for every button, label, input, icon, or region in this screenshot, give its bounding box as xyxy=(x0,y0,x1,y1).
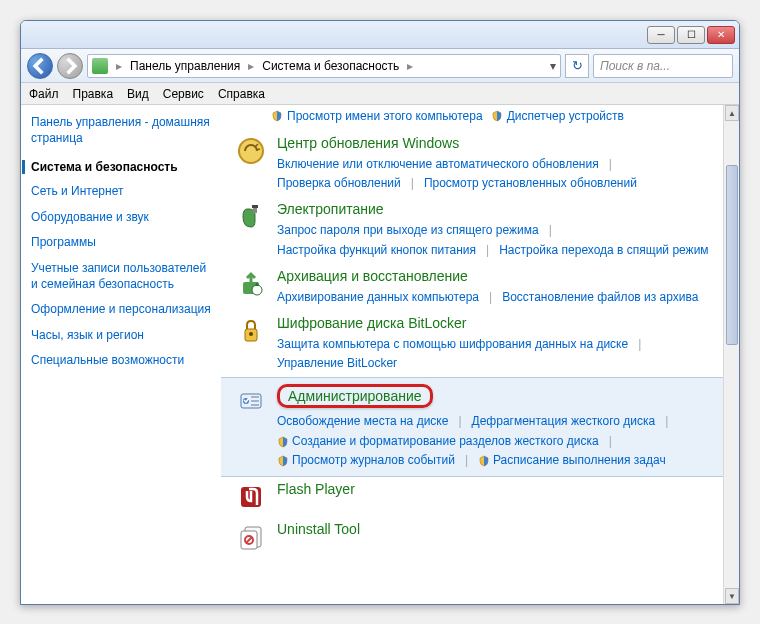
sidebar-current-category: Система и безопасность xyxy=(22,160,215,174)
separator: | xyxy=(458,412,461,431)
menu-help[interactable]: Справка xyxy=(218,87,265,101)
section-body: Центр обновления WindowsВключение или от… xyxy=(277,135,725,193)
sidebar-home-link[interactable]: Панель управления - домашняя страница xyxy=(31,115,215,146)
section-title[interactable]: Администрирование xyxy=(277,384,725,408)
separator: | xyxy=(549,221,552,240)
section-body: ЭлектропитаниеЗапрос пароля при выходе и… xyxy=(277,201,725,259)
sidebar-item-appearance[interactable]: Оформление и персонализация xyxy=(31,302,215,318)
chevron-right-icon: ▸ xyxy=(403,59,417,73)
task-link[interactable]: Настройка функций кнопок питания xyxy=(277,241,476,260)
section-links: Защита компьютера с помощью шифрования д… xyxy=(277,335,725,373)
section-title[interactable]: Шифрование диска BitLocker xyxy=(277,315,725,331)
menu-file[interactable]: Файл xyxy=(29,87,59,101)
task-link[interactable]: Освобождение места на диске xyxy=(277,412,448,431)
section-title[interactable]: Flash Player xyxy=(277,481,725,497)
section-0: Центр обновления WindowsВключение или от… xyxy=(221,131,739,197)
breadcrumb-root[interactable]: Панель управления xyxy=(130,59,240,73)
category-icon xyxy=(235,481,267,513)
task-link[interactable]: Проверка обновлений xyxy=(277,174,401,193)
breadcrumb-current[interactable]: Система и безопасность xyxy=(262,59,399,73)
section-title[interactable]: Центр обновления Windows xyxy=(277,135,725,151)
task-link[interactable]: Архивирование данных компьютера xyxy=(277,288,479,307)
task-link[interactable]: Включение или отключение автоматического… xyxy=(277,155,599,174)
task-link[interactable]: Управление BitLocker xyxy=(277,354,397,373)
svg-rect-2 xyxy=(252,205,258,208)
menu-edit[interactable]: Правка xyxy=(73,87,114,101)
nav-back-button[interactable] xyxy=(27,53,53,79)
section-body: Flash Player xyxy=(277,481,725,501)
section-body: Шифрование диска BitLockerЗащита компьют… xyxy=(277,315,725,373)
sidebar-item-programs[interactable]: Программы xyxy=(31,235,215,251)
task-link[interactable]: Просмотр установленных обновлений xyxy=(424,174,637,193)
section-2: Архивация и восстановлениеАрхивирование … xyxy=(221,264,739,311)
control-panel-window: ─ ☐ ✕ ▸ Панель управления ▸ Система и бе… xyxy=(20,20,740,605)
section-4: АдминистрированиеОсвобождение места на д… xyxy=(221,377,739,477)
category-icon xyxy=(235,521,267,553)
svg-point-4 xyxy=(252,285,262,295)
category-icon xyxy=(235,201,267,233)
separator: | xyxy=(411,174,414,193)
shield-icon xyxy=(277,435,289,447)
separator: | xyxy=(638,335,641,354)
maximize-button[interactable]: ☐ xyxy=(677,26,705,44)
section-title[interactable]: Электропитание xyxy=(277,201,725,217)
section-3: Шифрование диска BitLockerЗащита компьют… xyxy=(221,311,739,377)
section-6: Uninstall Tool xyxy=(221,517,739,557)
scroll-down-button[interactable]: ▼ xyxy=(725,588,739,604)
task-link[interactable]: Создание и форматирование разделов жестк… xyxy=(277,432,599,451)
section-links: Архивирование данных компьютера|Восстано… xyxy=(277,288,725,307)
link-device-manager[interactable]: Диспетчер устройств xyxy=(491,109,624,123)
category-icon xyxy=(235,268,267,300)
close-button[interactable]: ✕ xyxy=(707,26,735,44)
scroll-thumb[interactable] xyxy=(726,165,738,345)
shield-icon xyxy=(271,110,283,122)
search-input[interactable]: Поиск в па... xyxy=(593,54,733,78)
control-panel-icon xyxy=(92,58,108,74)
task-link[interactable]: Настройка перехода в спящий режим xyxy=(499,241,708,260)
nav-forward-button[interactable] xyxy=(57,53,83,79)
separator: | xyxy=(609,432,612,451)
section-title[interactable]: Uninstall Tool xyxy=(277,521,725,537)
shield-icon xyxy=(277,454,289,466)
body-area: Панель управления - домашняя страница Си… xyxy=(21,105,739,604)
sidebar-item-clock[interactable]: Часы, язык и регион xyxy=(31,328,215,344)
refresh-button[interactable]: ↻ xyxy=(565,54,589,78)
task-link[interactable]: Запрос пароля при выходе из спящего режи… xyxy=(277,221,539,240)
menu-view[interactable]: Вид xyxy=(127,87,149,101)
content-area: Просмотр имени этого компьютера Диспетче… xyxy=(221,105,739,604)
sidebar: Панель управления - домашняя страница Си… xyxy=(21,105,221,604)
sidebar-item-network[interactable]: Сеть и Интернет xyxy=(31,184,215,200)
menu-bar: Файл Правка Вид Сервис Справка xyxy=(21,83,739,105)
vertical-scrollbar[interactable]: ▲ ▼ xyxy=(723,105,739,604)
sidebar-item-accounts[interactable]: Учетные записи пользователей и семейная … xyxy=(31,261,215,292)
category-icon xyxy=(235,384,267,416)
section-5: Flash Player xyxy=(221,477,739,517)
minimize-button[interactable]: ─ xyxy=(647,26,675,44)
highlight-box: Администрирование xyxy=(277,384,433,408)
task-link[interactable]: Расписание выполнения задач xyxy=(478,451,666,470)
link-computer-name[interactable]: Просмотр имени этого компьютера xyxy=(271,109,483,123)
sidebar-item-accessibility[interactable]: Специальные возможности xyxy=(31,353,215,369)
task-link[interactable]: Восстановление файлов из архива xyxy=(502,288,698,307)
section-title[interactable]: Архивация и восстановление xyxy=(277,268,725,284)
category-icon xyxy=(235,315,267,347)
search-placeholder: Поиск в па... xyxy=(600,59,670,73)
section-body: АдминистрированиеОсвобождение места на д… xyxy=(277,384,725,470)
section-links: Включение или отключение автоматического… xyxy=(277,155,725,193)
separator: | xyxy=(489,288,492,307)
category-icon xyxy=(235,135,267,167)
task-link[interactable]: Защита компьютера с помощью шифрования д… xyxy=(277,335,628,354)
navbar: ▸ Панель управления ▸ Система и безопасн… xyxy=(21,49,739,83)
svg-point-0 xyxy=(239,139,263,163)
titlebar: ─ ☐ ✕ xyxy=(21,21,739,49)
section-1: ЭлектропитаниеЗапрос пароля при выходе и… xyxy=(221,197,739,263)
address-bar[interactable]: ▸ Панель управления ▸ Система и безопасн… xyxy=(87,54,561,78)
menu-service[interactable]: Сервис xyxy=(163,87,204,101)
task-link[interactable]: Дефрагментация жесткого диска xyxy=(472,412,656,431)
separator: | xyxy=(486,241,489,260)
sidebar-item-hardware[interactable]: Оборудование и звук xyxy=(31,210,215,226)
address-dropdown-icon[interactable]: ▾ xyxy=(550,59,556,73)
scroll-up-button[interactable]: ▲ xyxy=(725,105,739,121)
section-body: Архивация и восстановлениеАрхивирование … xyxy=(277,268,725,307)
task-link[interactable]: Просмотр журналов событий xyxy=(277,451,455,470)
